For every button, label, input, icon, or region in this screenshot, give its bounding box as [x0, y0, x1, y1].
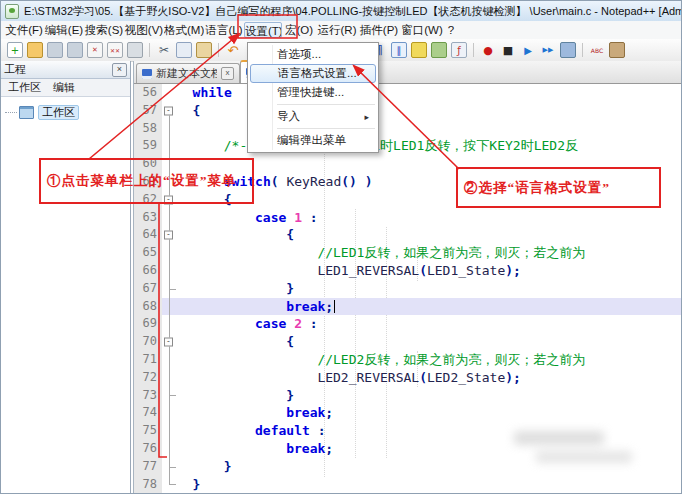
- code-text[interactable]: }: [177, 458, 681, 476]
- line-number[interactable]: 69: [134, 315, 162, 333]
- line-number[interactable]: 77: [134, 458, 162, 476]
- menubar-item-1[interactable]: 编辑(E): [44, 22, 84, 38]
- code-text[interactable]: //LED1反转，如果之前为亮，则灭；若之前为: [177, 244, 681, 262]
- code-text[interactable]: break;: [177, 440, 681, 458]
- code-area[interactable]: 56while57-{5859/*---按键响应:按下KEY1时LED1反转，按…: [134, 84, 681, 493]
- fold-collapse-icon[interactable]: -: [164, 195, 173, 204]
- function-list-icon[interactable]: ƒ: [451, 42, 467, 58]
- save-icon[interactable]: [47, 42, 63, 58]
- code-text[interactable]: LED1_REVERSAL(LED1_State);: [177, 262, 681, 280]
- spell-check-icon[interactable]: ABC: [589, 42, 605, 58]
- user-define-icon[interactable]: [411, 42, 427, 58]
- fold-margin[interactable]: -: [162, 102, 177, 120]
- tab-new-document[interactable]: 新建文本文档.tx: [136, 63, 240, 83]
- line-number[interactable]: 67: [134, 280, 162, 298]
- fold-collapse-icon[interactable]: -: [164, 106, 173, 115]
- line-number[interactable]: 65: [134, 244, 162, 262]
- fold-margin[interactable]: -: [162, 226, 177, 244]
- line-number[interactable]: 74: [134, 404, 162, 422]
- line-number[interactable]: 78: [134, 476, 162, 493]
- macro-stop-icon[interactable]: ■: [500, 42, 516, 58]
- dropdown-item-edit-popup-menu[interactable]: 编辑弹出菜单: [250, 131, 376, 150]
- line-number[interactable]: 59: [134, 137, 162, 155]
- line-number[interactable]: 70: [134, 333, 162, 351]
- code-text[interactable]: }: [177, 280, 681, 298]
- code-text[interactable]: {: [177, 333, 681, 351]
- code-text[interactable]: case 2 :: [177, 315, 681, 333]
- save-all-icon[interactable]: [67, 42, 83, 58]
- code-text[interactable]: [177, 155, 681, 173]
- fold-margin[interactable]: -: [162, 191, 177, 209]
- menubar-item-10[interactable]: 窗口(W): [400, 22, 444, 38]
- copy-icon[interactable]: [176, 42, 192, 58]
- close-all-icon[interactable]: ✕✕: [107, 42, 123, 58]
- dropdown-item-import[interactable]: 导入▸: [250, 107, 376, 126]
- menubar-item-0[interactable]: 文件(F): [4, 22, 44, 38]
- code-text[interactable]: }: [177, 387, 681, 405]
- fold-collapse-icon[interactable]: -: [164, 231, 173, 240]
- menubar-item-4[interactable]: 格式(M): [164, 22, 204, 38]
- cut-icon[interactable]: ✂: [156, 42, 172, 58]
- line-number[interactable]: 72: [134, 369, 162, 387]
- dropdown-item-preferences[interactable]: 首选项...: [250, 45, 376, 64]
- dropdown-item-style-configurator[interactable]: 语言格式设置...: [250, 64, 376, 83]
- notepad-plus-plus-window: E:\STM32学习\05.【基于野火ISO-V2】自己编写的程序\04.POL…: [0, 0, 682, 494]
- macro-run-multiple-icon[interactable]: ▶▶: [540, 42, 556, 58]
- code-text[interactable]: case 1 :: [177, 209, 681, 227]
- code-token: break: [286, 441, 325, 456]
- paste-icon[interactable]: [196, 42, 212, 58]
- undo-icon[interactable]: ↶: [225, 42, 241, 58]
- close-doc-icon[interactable]: ✕: [87, 42, 103, 58]
- dropdown-item-shortcut-mapper[interactable]: 管理快捷键...: [250, 83, 376, 102]
- line-number[interactable]: 61: [134, 173, 162, 191]
- line-number[interactable]: 58: [134, 120, 162, 138]
- tab-close-icon[interactable]: x: [221, 67, 234, 80]
- line-number[interactable]: 76: [134, 440, 162, 458]
- code-text[interactable]: break;: [177, 404, 681, 422]
- menubar-item-7[interactable]: 宏(O): [282, 22, 316, 38]
- code-text[interactable]: break;: [177, 298, 681, 316]
- menubar-item-11[interactable]: ?: [444, 22, 458, 38]
- menubar-item-2[interactable]: 搜索(S): [84, 22, 124, 38]
- code-text[interactable]: LED2_REVERSAL(LED2_State);: [177, 369, 681, 387]
- line-number[interactable]: 62: [134, 191, 162, 209]
- tree-item-workspace[interactable]: 工作区: [1, 104, 130, 120]
- panel-close-icon[interactable]: ×: [112, 63, 127, 77]
- code-text[interactable]: default :: [177, 422, 681, 440]
- menubar-item-8[interactable]: 运行(R): [316, 22, 358, 38]
- macro-save-icon[interactable]: [560, 42, 576, 58]
- panel-menu-item-1[interactable]: 编辑: [53, 80, 75, 95]
- panel-menu-item-0[interactable]: 工作区: [8, 80, 41, 95]
- code-text[interactable]: {: [177, 226, 681, 244]
- line-number[interactable]: 68: [134, 298, 162, 316]
- fold-collapse-icon[interactable]: -: [164, 338, 173, 347]
- line-number[interactable]: 63: [134, 209, 162, 227]
- line-number[interactable]: 71: [134, 351, 162, 369]
- menubar-item-9[interactable]: 插件(P): [358, 22, 400, 38]
- new-file-icon[interactable]: +: [7, 42, 23, 58]
- menubar-item-5[interactable]: 语言(L): [204, 22, 244, 38]
- macro-record-icon[interactable]: ●: [480, 42, 496, 58]
- open-folder-icon[interactable]: [27, 42, 43, 58]
- line-number[interactable]: 66: [134, 262, 162, 280]
- code-text[interactable]: {: [177, 191, 681, 209]
- code-text[interactable]: switch( KeyRead() ): [177, 173, 681, 191]
- code-text[interactable]: //LED2反转，如果之前为亮，则灭；若之前为: [177, 351, 681, 369]
- doc-map-icon[interactable]: [431, 42, 447, 58]
- line-number[interactable]: 64: [134, 226, 162, 244]
- line-number[interactable]: 56: [134, 84, 162, 102]
- menu-bar: 文件(F)编辑(E)搜索(S)视图(V)格式(M)语言(L)设置(T)宏(O)运…: [1, 21, 681, 40]
- print-icon[interactable]: [127, 42, 143, 58]
- menubar-item-3[interactable]: 视图(V): [124, 22, 164, 38]
- line-number[interactable]: 60: [134, 155, 162, 173]
- menubar-item-6[interactable]: 设置(T): [244, 22, 282, 38]
- macro-play-icon[interactable]: ▶: [520, 42, 536, 58]
- indent-guide-icon[interactable]: ∥: [391, 42, 407, 58]
- line-number[interactable]: 73: [134, 387, 162, 405]
- fold-margin[interactable]: -: [162, 333, 177, 351]
- fold-margin: [162, 137, 177, 155]
- line-number[interactable]: 57: [134, 102, 162, 120]
- code-text[interactable]: }: [177, 476, 681, 493]
- snapshot-icon[interactable]: [609, 42, 625, 58]
- line-number[interactable]: 75: [134, 422, 162, 440]
